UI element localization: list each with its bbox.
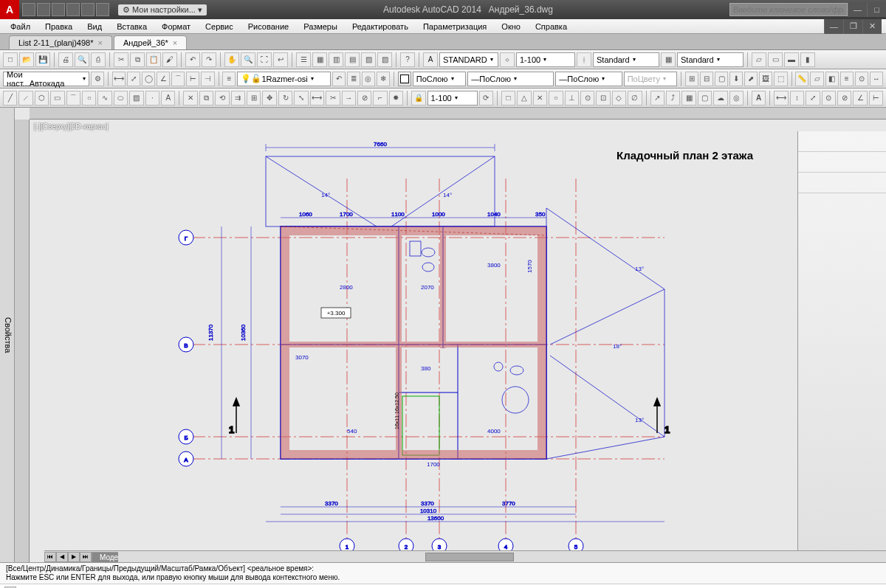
match-icon[interactable]: 🖌 [162,52,177,67]
mtext-icon[interactable]: A [752,91,766,106]
minimize-button[interactable]: — [848,2,867,17]
doc-minimize-icon[interactable]: — [824,19,843,34]
layer-state-icon[interactable]: ≣ [347,72,360,86]
dim-baseline-icon[interactable]: ⊢ [186,72,199,86]
dim-linear-icon[interactable]: ⟷ [112,72,126,86]
qat-undo-icon[interactable] [52,3,65,16]
menu-dimensions[interactable]: Размеры [298,21,343,32]
layer-icon[interactable]: ≡ [222,72,236,86]
undo-icon[interactable]: ↶ [185,52,200,67]
viewport-label[interactable]: [-][Сверху][2D-каркас] [34,122,108,131]
plot-icon[interactable]: 🖨 [58,52,73,67]
menu-insert[interactable]: Вставка [111,21,153,32]
text-style-icon[interactable]: A [423,52,438,67]
move-icon[interactable]: ✥ [262,91,276,106]
vp-sync-icon[interactable]: ⟳ [479,91,493,106]
donut-icon[interactable]: ◎ [729,91,744,106]
osnap-perp-icon[interactable]: ⊥ [565,91,579,106]
line-icon[interactable]: ╱ [3,91,17,106]
osnap-tan-icon[interactable]: ⊙ [580,91,594,106]
hatch-icon[interactable]: ▨ [129,91,143,106]
help-icon[interactable]: ? [400,52,415,67]
osnap-int-icon[interactable]: ✕ [533,91,547,106]
fillet-icon[interactable]: ⌐ [373,91,387,106]
polyline-icon[interactable]: ⟋ [18,91,32,106]
text-style-dropdown[interactable]: STANDARD▾ [439,52,498,67]
palette-slot[interactable] [798,152,886,173]
dim-continue-icon[interactable]: ⊣ [201,72,214,86]
layout-first-icon[interactable]: ⏮ [44,552,56,562]
table-style-dropdown[interactable]: Standard▾ [677,52,744,67]
point-icon[interactable]: · [145,91,159,106]
view-v-icon[interactable]: ▮ [800,52,815,67]
pan-icon[interactable]: ✋ [224,52,239,67]
block-icon[interactable]: ▢ [715,72,728,86]
osnap-end-icon[interactable]: □ [501,91,515,106]
markup-icon[interactable]: ▨ [361,52,376,67]
search-input[interactable] [729,3,848,16]
zoom-win-icon[interactable]: ⛶ [257,52,272,67]
publish-icon[interactable]: ⎙ [91,52,106,67]
doc-close-icon[interactable]: ✕ [862,19,882,34]
paste-icon[interactable]: 📋 [146,52,161,67]
document-tab[interactable]: Андрей_36*× [114,35,187,49]
dim-arc-icon[interactable]: ⌒ [171,72,185,86]
menu-edit[interactable]: Правка [39,21,78,32]
anno-scale-dropdown[interactable]: 1-100▾ [516,52,575,67]
dim-ord-icon[interactable]: ⊢ [869,91,883,106]
cut-icon[interactable]: ✂ [114,52,128,67]
workspace-list-dropdown[interactable]: Мои наст...Автокада▾ [3,72,89,86]
view-cascade-icon[interactable]: ▭ [768,52,783,67]
color-dropdown[interactable]: ПоСлою▾ [413,72,467,86]
dim-d-icon[interactable]: ⊘ [837,91,851,106]
layout-prev-icon[interactable]: ◀ [56,552,68,562]
redo-icon[interactable]: ↷ [202,52,216,67]
layer-prev-icon[interactable]: ↶ [332,72,346,86]
menu-service[interactable]: Сервис [199,21,239,32]
circle-icon[interactable]: ○ [82,91,96,106]
doc-restore-icon[interactable]: ❐ [843,19,862,34]
zoom-icon[interactable]: 🔍 [241,52,255,67]
osnap-near-icon[interactable]: ⊡ [596,91,610,106]
field-icon[interactable]: ⬚ [774,72,787,86]
drawing-canvas[interactable]: [-][Сверху][2D-каркас] Кладочный план 2 … [30,120,886,562]
image-icon[interactable]: 🖼 [759,72,772,86]
rectangle-icon[interactable]: ▭ [50,91,64,106]
menu-draw[interactable]: Рисование [242,21,295,32]
layer-dropdown[interactable]: 💡🔓 1Razmer-osi▾ [237,72,330,86]
tool-palette-icon[interactable]: ▥ [329,52,343,67]
save-icon[interactable]: 💾 [35,52,50,67]
preview-icon[interactable]: 🔍 [75,52,89,67]
dist-icon[interactable]: ↔ [870,72,883,86]
document-tab[interactable]: List 2-11_(planj)498*× [9,35,112,49]
plotstyle-dropdown[interactable]: ПоЦвету▾ [624,72,678,86]
wipeout-icon[interactable]: ▢ [698,91,712,106]
group-icon[interactable]: ⊞ [685,72,698,86]
open-icon[interactable]: 📂 [19,52,34,67]
color-swatch[interactable] [398,72,411,86]
mleader-icon[interactable]: ⤴ [666,91,680,106]
list-icon[interactable]: ≡ [840,72,854,86]
layer-freeze-icon[interactable]: ❄ [377,72,390,86]
break-icon[interactable]: ⊘ [357,91,371,106]
qat-open-icon[interactable] [22,3,35,16]
menu-view[interactable]: Вид [81,21,108,32]
dim-r-icon[interactable]: ⊙ [822,91,836,106]
scrollbar-thumb[interactable] [425,553,514,561]
qat-redo-icon[interactable] [66,3,80,16]
view-tile-icon[interactable]: ▱ [752,52,766,67]
osnap-none-icon[interactable]: ∅ [628,91,642,106]
osnap-node-icon[interactable]: ◇ [612,91,626,106]
stretch-icon[interactable]: ⟷ [310,91,324,106]
ungroup-icon[interactable]: ⊟ [700,72,713,86]
table-icon[interactable]: ▦ [681,91,696,106]
annoscale-icon[interactable]: ⟐ [500,52,515,67]
lineweight-dropdown[interactable]: — ПоСлою▾ [555,72,622,86]
sheet-set-icon[interactable]: ▤ [345,52,360,67]
horizontal-scrollbar[interactable] [118,550,886,562]
explode-icon[interactable]: ✸ [389,91,403,106]
arc-icon[interactable]: ⌒ [66,91,80,106]
leader-icon[interactable]: ↗ [650,91,664,106]
menu-file[interactable]: Файл [4,21,36,32]
design-center-icon[interactable]: ▦ [312,52,327,67]
